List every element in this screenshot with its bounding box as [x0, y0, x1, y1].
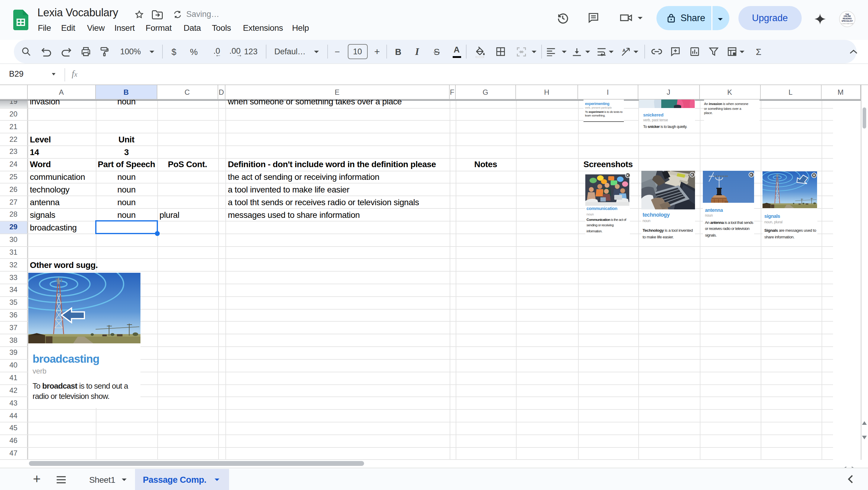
svg-text:A: A [622, 48, 625, 53]
